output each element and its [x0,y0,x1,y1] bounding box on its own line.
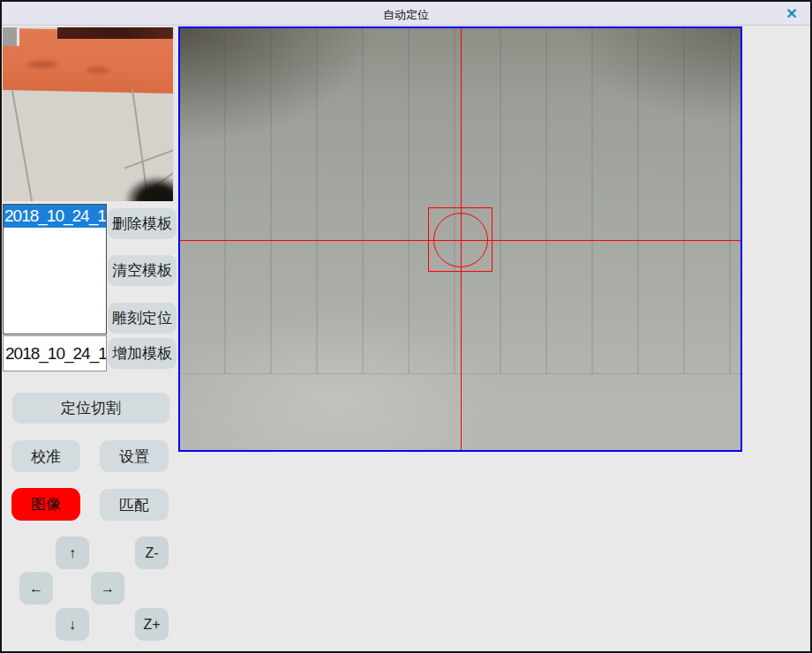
engrave-position-button[interactable]: 雕刻定位 [108,303,177,334]
right-arrow-icon: → [101,581,115,597]
jog-up-button[interactable]: ↑ [56,537,89,569]
left-arrow-icon: ← [29,581,43,597]
settings-button[interactable]: 设置 [100,440,169,472]
preview-dark-object [124,176,175,201]
page-title: 自动定位 [2,7,810,23]
template-list[interactable]: 2018_10_24_11 [3,204,107,334]
image-button[interactable]: 图像 [11,488,80,521]
calibrate-button[interactable]: 校准 [11,440,80,472]
jog-left-button[interactable]: ← [19,572,53,604]
down-arrow-icon: ↓ [69,617,76,633]
list-item[interactable]: 2018_10_24_11 [4,205,106,228]
clear-template-button[interactable]: 清空模板 [108,255,177,286]
template-preview-image [3,27,175,201]
position-cut-button[interactable]: 定位切割 [12,393,169,424]
preview-smudge [27,61,57,68]
up-arrow-icon: ↑ [69,545,76,561]
delete-template-button[interactable]: 删除模板 [108,208,177,239]
preview-smudge [86,67,109,73]
template-name-input[interactable] [3,335,107,372]
camera-viewport[interactable] [178,26,742,452]
jog-z-minus-button[interactable]: Z- [135,537,169,569]
target-circle-marker [433,213,488,267]
match-button[interactable]: 匹配 [100,489,169,521]
preview-tile-line [124,148,175,169]
preview-gray-patch [3,27,19,46]
close-icon[interactable]: ✕ [782,4,801,24]
preview-dark-strip [57,27,175,39]
jog-down-button[interactable]: ↓ [56,608,89,641]
jog-right-button[interactable]: → [91,572,124,604]
title-bar: 自动定位 ✕ [2,2,810,26]
preview-tile-line [11,91,33,201]
auto-position-dialog: 自动定位 ✕ 2018_10_24_11 删除模板 清空模板 雕刻定位 增加模板… [0,0,812,653]
jog-z-plus-button[interactable]: Z+ [135,608,169,641]
add-template-button[interactable]: 增加模板 [108,338,177,369]
